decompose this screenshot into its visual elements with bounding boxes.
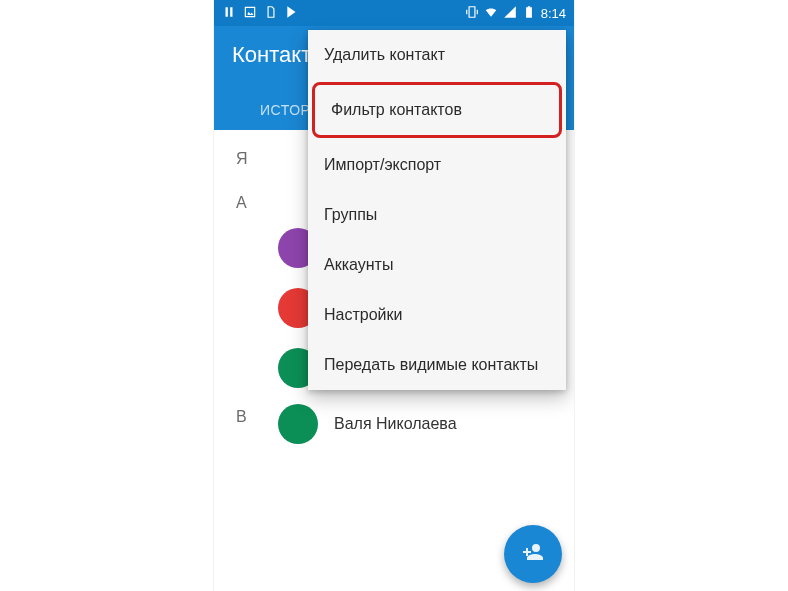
cell-signal-icon (503, 5, 517, 22)
image-icon (243, 5, 257, 22)
menu-item-contacts-filter[interactable]: Фильтр контактов (312, 82, 562, 138)
menu-item-delete-contact[interactable]: Удалить контакт (308, 30, 566, 80)
menu-item-import-export[interactable]: Импорт/экспорт (308, 140, 566, 190)
contact-name: Валя Николаева (334, 415, 457, 433)
status-bar-left (222, 5, 299, 22)
overflow-menu: Удалить контакт Фильтр контактов Импорт/… (308, 30, 566, 390)
battery-icon (522, 5, 536, 22)
sim-icon (264, 5, 278, 22)
status-bar: 8:14 (214, 0, 574, 26)
add-contact-fab[interactable] (504, 525, 562, 583)
play-store-icon (285, 5, 299, 22)
pause-icon (222, 5, 236, 22)
add-contact-icon (521, 540, 545, 568)
avatar (278, 404, 318, 444)
menu-item-settings[interactable]: Настройки (308, 290, 566, 340)
status-bar-time: 8:14 (541, 6, 566, 21)
wifi-icon (484, 5, 498, 22)
menu-item-accounts[interactable]: Аккаунты (308, 240, 566, 290)
menu-item-share-visible-contacts[interactable]: Передать видимые контакты (308, 340, 566, 390)
status-bar-right: 8:14 (465, 5, 566, 22)
list-item[interactable]: Валя Николаева (214, 404, 574, 454)
phone-frame: 8:14 Контакты История Удалить контакт Фи… (214, 0, 574, 591)
vibrate-icon (465, 5, 479, 22)
menu-item-groups[interactable]: Группы (308, 190, 566, 240)
